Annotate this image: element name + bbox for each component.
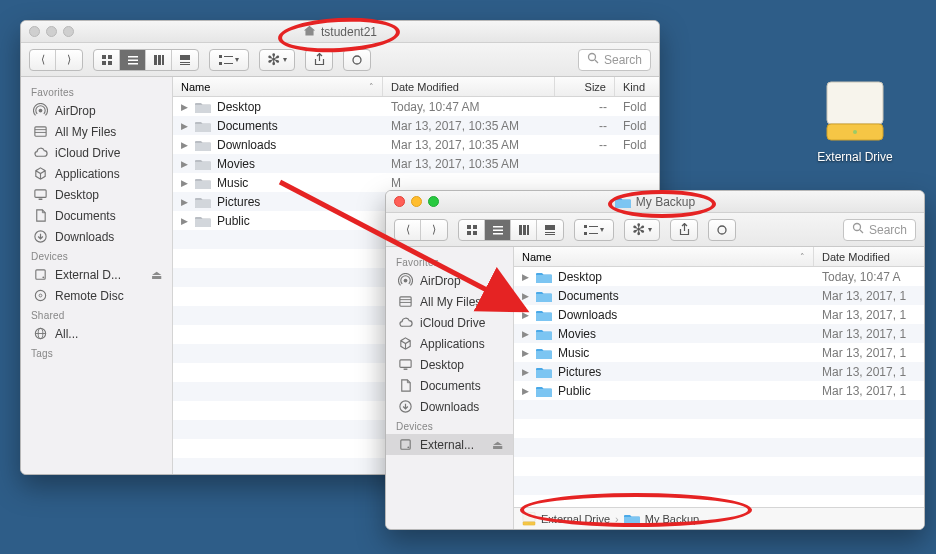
disclosure-triangle-icon[interactable]: ▶ bbox=[181, 216, 189, 226]
back-button[interactable]: ⟨ bbox=[30, 50, 56, 70]
disclosure-triangle-icon[interactable]: ▶ bbox=[181, 197, 189, 207]
sidebar-item[interactable]: iCloud Drive bbox=[21, 142, 172, 163]
sidebar-item[interactable]: iCloud Drive bbox=[386, 312, 513, 333]
sidebar-item[interactable]: Documents bbox=[21, 205, 172, 226]
search-placeholder: Search bbox=[869, 223, 907, 237]
list-view-button[interactable] bbox=[120, 50, 146, 70]
svg-rect-6 bbox=[108, 61, 112, 65]
eject-icon[interactable]: ⏏ bbox=[492, 438, 503, 452]
arrange-button[interactable]: ▾ bbox=[210, 50, 248, 70]
svg-rect-40 bbox=[473, 231, 477, 235]
sidebar-item[interactable]: External D...⏏ bbox=[21, 264, 172, 285]
sidebar-item[interactable]: Desktop bbox=[386, 354, 513, 375]
svg-rect-13 bbox=[180, 55, 190, 60]
disclosure-triangle-icon[interactable]: ▶ bbox=[181, 121, 189, 131]
file-name: Pictures bbox=[558, 365, 601, 379]
table-row[interactable]: ▶DownloadsMar 13, 2017, 10:35 AM--Fold bbox=[173, 135, 659, 154]
sidebar-item[interactable]: Downloads bbox=[386, 396, 513, 417]
column-date[interactable]: Date Modified bbox=[383, 77, 555, 96]
sidebar-item-label: Desktop bbox=[420, 358, 464, 372]
disclosure-triangle-icon[interactable]: ▶ bbox=[522, 329, 530, 339]
disclosure-triangle-icon[interactable]: ▶ bbox=[522, 367, 530, 377]
sidebar-item[interactable]: Downloads bbox=[21, 226, 172, 247]
column-size[interactable]: Size bbox=[555, 77, 615, 96]
sidebar-item-label: Documents bbox=[55, 209, 116, 223]
share-button[interactable] bbox=[670, 219, 698, 241]
sidebar-item[interactable]: All My Files bbox=[21, 121, 172, 142]
table-row[interactable]: ▶MusicMar 13, 2017, 1 bbox=[514, 343, 924, 362]
column-name[interactable]: Name˄ bbox=[514, 247, 814, 266]
disclosure-triangle-icon[interactable]: ▶ bbox=[522, 291, 530, 301]
tags-button[interactable] bbox=[343, 49, 371, 71]
gear-icon: ✻ bbox=[267, 50, 280, 69]
svg-rect-52 bbox=[589, 226, 598, 227]
finder-window-backup[interactable]: My Backup ⟨ ⟩ ▾ ✻▾ Search FavoritesAirDr… bbox=[385, 190, 925, 530]
icon-view-button[interactable] bbox=[459, 220, 485, 240]
column-view-button[interactable] bbox=[146, 50, 172, 70]
path-crumb-folder[interactable]: My Backup bbox=[624, 512, 699, 525]
search-placeholder: Search bbox=[604, 53, 642, 67]
svg-rect-14 bbox=[180, 62, 190, 63]
table-row[interactable]: ▶PicturesMar 13, 2017, 1 bbox=[514, 362, 924, 381]
disclosure-triangle-icon[interactable]: ▶ bbox=[522, 272, 530, 282]
sidebar-item[interactable]: Documents bbox=[386, 375, 513, 396]
svg-point-55 bbox=[853, 224, 860, 231]
column-kind[interactable]: Kind bbox=[615, 77, 659, 96]
disclosure-triangle-icon[interactable]: ▶ bbox=[522, 310, 530, 320]
table-row[interactable]: ▶MoviesMar 13, 2017, 1 bbox=[514, 324, 924, 343]
icon-view-button[interactable] bbox=[94, 50, 120, 70]
sidebar-item[interactable]: External...⏏ bbox=[386, 434, 513, 455]
path-bar[interactable]: External Drive › My Backup bbox=[514, 507, 924, 529]
table-row[interactable]: ▶DesktopToday, 10:47 AM--Fold bbox=[173, 97, 659, 116]
desktop-drive[interactable]: External Drive bbox=[800, 80, 910, 164]
search-field[interactable]: Search bbox=[843, 219, 916, 241]
search-field[interactable]: Search bbox=[578, 49, 651, 71]
disclosure-triangle-icon[interactable]: ▶ bbox=[522, 348, 530, 358]
disclosure-triangle-icon[interactable]: ▶ bbox=[181, 102, 189, 112]
path-crumb-drive[interactable]: External Drive bbox=[522, 512, 610, 526]
share-button[interactable] bbox=[305, 49, 333, 71]
arrange-button[interactable]: ▾ bbox=[575, 220, 613, 240]
disclosure-triangle-icon[interactable]: ▶ bbox=[522, 386, 530, 396]
sidebar-section-header: Tags bbox=[21, 344, 172, 361]
table-row[interactable]: ▶DocumentsMar 13, 2017, 1 bbox=[514, 286, 924, 305]
column-date[interactable]: Date Modified bbox=[814, 247, 924, 266]
tags-button[interactable] bbox=[708, 219, 736, 241]
forward-button[interactable]: ⟩ bbox=[421, 220, 447, 240]
sidebar-item[interactable]: Remote Disc bbox=[21, 285, 172, 306]
disclosure-triangle-icon[interactable]: ▶ bbox=[181, 140, 189, 150]
column-name[interactable]: Name˄ bbox=[173, 77, 383, 96]
titlebar[interactable]: tstudent21 bbox=[21, 21, 659, 43]
coverflow-view-button[interactable] bbox=[172, 50, 198, 70]
disclosure-triangle-icon[interactable]: ▶ bbox=[181, 159, 189, 169]
titlebar[interactable]: My Backup bbox=[386, 191, 924, 213]
file-size: -- bbox=[555, 138, 615, 152]
file-kind: Fold bbox=[615, 138, 659, 152]
svg-rect-4 bbox=[108, 55, 112, 59]
table-row[interactable]: ▶PublicMar 13, 2017, 1 bbox=[514, 381, 924, 400]
action-menu[interactable]: ✻▾ bbox=[259, 49, 295, 71]
table-row[interactable]: ▶DesktopToday, 10:47 A bbox=[514, 267, 924, 286]
table-row[interactable]: ▶DocumentsMar 13, 2017, 10:35 AM--Fold bbox=[173, 116, 659, 135]
sidebar: FavoritesAirDropAll My FilesiCloud Drive… bbox=[21, 77, 173, 474]
svg-rect-37 bbox=[467, 225, 471, 229]
column-view-button[interactable] bbox=[511, 220, 537, 240]
sidebar-item[interactable]: Applications bbox=[21, 163, 172, 184]
table-row[interactable]: ▶MoviesMar 13, 2017, 10:35 AM bbox=[173, 154, 659, 173]
disclosure-triangle-icon[interactable]: ▶ bbox=[181, 178, 189, 188]
sidebar-item[interactable]: Desktop bbox=[21, 184, 172, 205]
action-menu[interactable]: ✻▾ bbox=[624, 219, 660, 241]
sidebar-item[interactable]: Applications bbox=[386, 333, 513, 354]
coverflow-view-button[interactable] bbox=[537, 220, 563, 240]
column-headers[interactable]: Name˄ Date Modified Size Kind bbox=[173, 77, 659, 97]
column-headers[interactable]: Name˄ Date Modified bbox=[514, 247, 924, 267]
sidebar-item[interactable]: AirDrop bbox=[386, 270, 513, 291]
table-row[interactable]: ▶DownloadsMar 13, 2017, 1 bbox=[514, 305, 924, 324]
sidebar-item[interactable]: All My Files bbox=[386, 291, 513, 312]
sidebar-item[interactable]: AirDrop bbox=[21, 100, 172, 121]
eject-icon[interactable]: ⏏ bbox=[151, 268, 162, 282]
back-button[interactable]: ⟨ bbox=[395, 220, 421, 240]
sidebar-item[interactable]: All... bbox=[21, 323, 172, 344]
forward-button[interactable]: ⟩ bbox=[56, 50, 82, 70]
list-view-button[interactable] bbox=[485, 220, 511, 240]
